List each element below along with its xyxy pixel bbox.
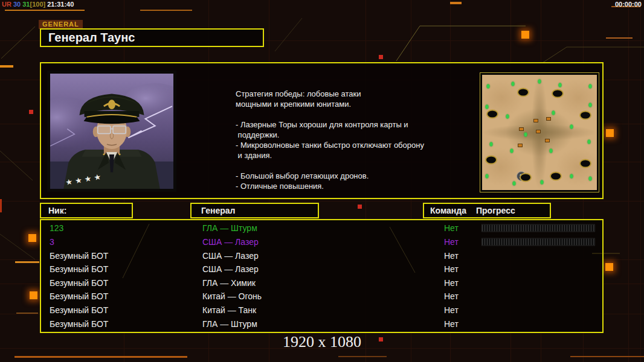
grid-hline (0, 201, 644, 202)
player-general: ГЛА — Химик (202, 278, 256, 288)
map-start-dot (485, 105, 488, 109)
player-team: Нет (444, 278, 459, 288)
player-nick: 3 (50, 237, 54, 247)
map-start-dot (588, 103, 591, 107)
decor-glow-square (605, 263, 613, 271)
map-start-dot (510, 149, 514, 153)
match-timer: 00:00:00 (615, 1, 642, 8)
decor-line (5, 10, 85, 11)
player-general: США — Лазер (202, 237, 259, 247)
decor-line (570, 356, 644, 357)
map-start-dot (588, 176, 591, 180)
debug-segment: [100] (30, 1, 46, 8)
player-general: США — Лазер (202, 251, 259, 261)
map-crater (552, 89, 564, 98)
map-crater (550, 172, 562, 181)
debug-overlay: UR 30 31[100] 21:31:40 (2, 1, 74, 8)
player-team: Нет (444, 251, 459, 261)
lobby-screen: { "debug": { "segments": [ {"text": "UR … (0, 0, 644, 362)
map-crater (520, 173, 532, 182)
player-row[interactable]: 3 США — Лазер Нет (41, 235, 602, 249)
player-row[interactable]: 123 ГЛА — Штурм Нет (41, 221, 602, 235)
debug-segment: 30 (13, 1, 22, 8)
map-start-dot (512, 82, 515, 86)
map-crater (517, 87, 529, 97)
map-start-dot (588, 84, 591, 89)
player-row[interactable]: Безумный БОТ Китай — Огонь Нет (41, 290, 602, 303)
player-general: ГЛА — Штурм (202, 223, 257, 233)
map-unit-dot (518, 144, 522, 147)
player-row[interactable]: Безумный БОТ США — Лазер Нет (41, 249, 602, 262)
player-nick: Безумный БОТ (50, 264, 108, 274)
map-unit-dot (536, 130, 540, 133)
decor-glow-square (606, 129, 614, 137)
resolution-label: 1920 x 1080 (0, 333, 644, 351)
map-unit-dot (534, 119, 538, 122)
map-crater (485, 156, 497, 165)
general-portrait: ★ ★ ★ ★ (47, 71, 176, 192)
map-start-dot (486, 84, 489, 89)
map-start-dot (485, 174, 488, 179)
player-progress-bar (481, 224, 595, 232)
player-row[interactable]: Безумный БОТ ГЛА — Химик Нет (41, 276, 602, 290)
player-row[interactable]: Безумный БОТ США — Лазер Нет (41, 262, 602, 276)
player-rows: 123 ГЛА — Штурм Нет 3 США — Лазер Нет Бе… (41, 221, 602, 331)
map-crater (579, 110, 591, 119)
player-team: Нет (444, 237, 459, 247)
player-row[interactable]: Безумный БОТ ГЛА — Штурм Нет (41, 317, 602, 331)
player-roster-panel: 123 ГЛА — Штурм Нет 3 США — Лазер Нет Бе… (40, 219, 604, 333)
debug-segment: 31 (22, 1, 30, 8)
decor-line (15, 261, 39, 263)
decor-red-square (29, 110, 33, 114)
player-nick: 123 (50, 223, 63, 233)
player-progress-bar (481, 238, 595, 246)
decor-red-square (358, 205, 362, 209)
player-general: США — Лазер (202, 264, 259, 274)
map-start-dot (538, 80, 541, 84)
decor-glow-square (28, 234, 36, 242)
decor-line (140, 10, 192, 11)
header-team-label: Команда (430, 206, 466, 215)
decor-line (338, 356, 387, 357)
map-start-dot (587, 139, 590, 144)
decor-line (450, 2, 462, 4)
player-team: Нет (444, 305, 459, 315)
map-start-dot (570, 124, 573, 129)
player-row[interactable]: Безумный БОТ Китай — Танк Нет (41, 303, 602, 317)
header-general-label: Генерал (201, 206, 236, 215)
map-crater (579, 159, 591, 168)
general-info-panel: ★ ★ ★ ★ Стратегия победы: лобовые атаки … (40, 62, 604, 199)
map-start-dot (506, 114, 509, 118)
player-team: Нет (444, 223, 459, 233)
map-terrain: 2 (482, 75, 597, 190)
player-nick: Безумный БОТ (50, 251, 108, 261)
map-start-dot (550, 149, 553, 153)
player-team: Нет (444, 319, 459, 329)
grid-vline (640, 0, 641, 362)
map-preview: 2 (480, 72, 599, 192)
map-start-dot (524, 133, 527, 137)
grid-vline (628, 0, 629, 362)
header-nick: Ник: (40, 203, 133, 218)
decor-line (16, 313, 38, 314)
header-team-progress: Команда Прогресс (423, 203, 551, 218)
debug-segment: 21:31:40 (45, 1, 74, 8)
map-start-dot (570, 174, 573, 179)
decor-line (606, 37, 633, 39)
general-title: Генерал Таунс (40, 28, 264, 47)
player-team: Нет (444, 264, 459, 274)
player-nick: Безумный БОТ (50, 278, 108, 288)
map-unit-dot (546, 139, 549, 142)
map-crater (486, 109, 498, 118)
map-start-dot (559, 83, 562, 87)
debug-segment: UR (2, 1, 13, 8)
decor-line (0, 65, 13, 68)
header-general: Генерал (190, 203, 319, 218)
player-general: Китай — Огонь (202, 291, 262, 301)
decor-red-square (379, 55, 383, 59)
player-general: ГЛА — Штурм (202, 319, 257, 329)
tab-general: GENERAL (39, 20, 83, 29)
map-start-dot (552, 111, 555, 115)
player-general: Китай — Танк (202, 305, 256, 315)
player-nick: Безумный БОТ (50, 305, 108, 315)
